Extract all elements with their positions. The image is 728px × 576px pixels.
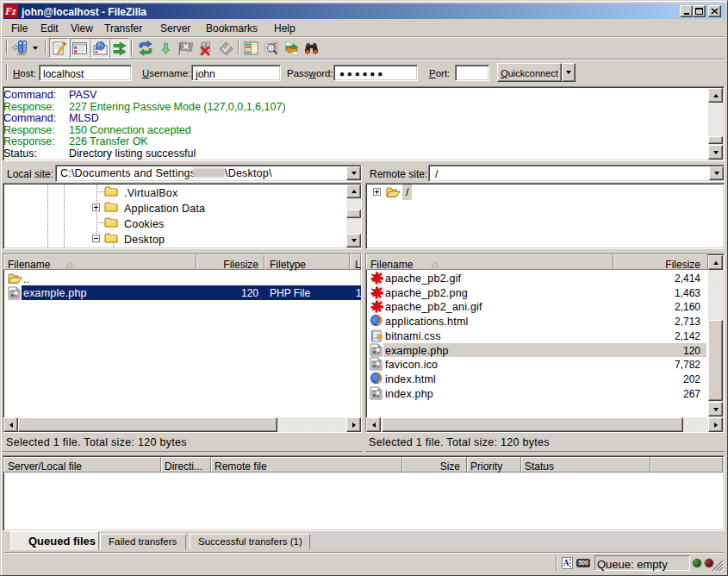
svg-text:A: A — [563, 558, 570, 567]
svg-text:Fz: Fz — [5, 6, 16, 16]
